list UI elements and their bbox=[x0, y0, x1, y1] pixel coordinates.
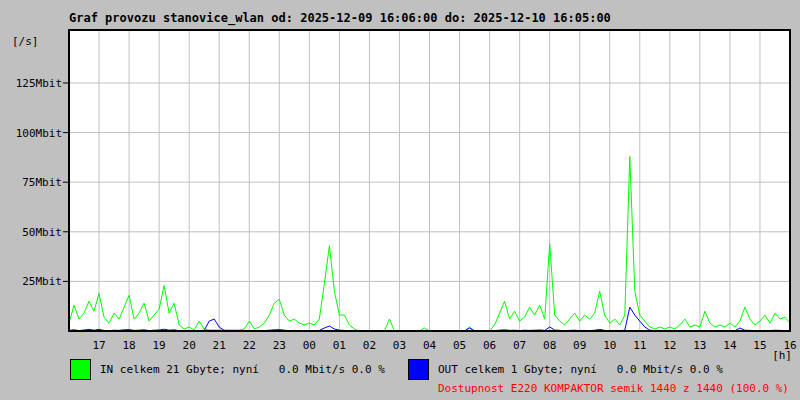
out-legend-swatch bbox=[408, 359, 429, 380]
svg-text:13: 13 bbox=[693, 339, 706, 352]
svg-text:15: 15 bbox=[753, 339, 766, 352]
svg-text:19: 19 bbox=[153, 339, 166, 352]
svg-text:11: 11 bbox=[633, 339, 646, 352]
svg-text:04: 04 bbox=[423, 339, 437, 352]
svg-text:20: 20 bbox=[183, 339, 196, 352]
svg-text:07: 07 bbox=[513, 339, 526, 352]
traffic-chart: 1718192021222300010203040506070809101112… bbox=[0, 0, 800, 400]
svg-text:12: 12 bbox=[663, 339, 676, 352]
svg-text:125Mbit: 125Mbit bbox=[16, 77, 62, 90]
svg-text:00: 00 bbox=[303, 339, 316, 352]
svg-text:02: 02 bbox=[363, 339, 376, 352]
svg-text:09: 09 bbox=[573, 339, 586, 352]
in-legend-label: IN celkem 21 Gbyte; nyní 0.0 Mbit/s 0.0 … bbox=[100, 359, 385, 380]
availability-status: Dostupnost E220 KOMPAKTOR semik 1440 z 1… bbox=[438, 381, 789, 397]
svg-text:17: 17 bbox=[92, 339, 105, 352]
in-legend-swatch bbox=[70, 359, 91, 380]
svg-text:50Mbit: 50Mbit bbox=[22, 226, 62, 239]
traffic-graph-page: Graf provozu stanovice_wlan od: 2025-12-… bbox=[0, 0, 800, 400]
svg-text:06: 06 bbox=[483, 339, 496, 352]
svg-text:03: 03 bbox=[393, 339, 406, 352]
svg-text:10: 10 bbox=[603, 339, 616, 352]
svg-text:21: 21 bbox=[213, 339, 226, 352]
out-legend-label: OUT celkem 1 Gbyte; nyní 0.0 Mbit/s 0.0 … bbox=[438, 359, 723, 380]
svg-text:75Mbit: 75Mbit bbox=[22, 176, 62, 189]
svg-text:18: 18 bbox=[122, 339, 135, 352]
svg-text:[h]: [h] bbox=[772, 349, 792, 362]
svg-text:25Mbit: 25Mbit bbox=[22, 275, 62, 288]
svg-text:23: 23 bbox=[273, 339, 286, 352]
svg-text:08: 08 bbox=[543, 339, 556, 352]
svg-text:100Mbit: 100Mbit bbox=[16, 127, 62, 140]
svg-text:05: 05 bbox=[453, 339, 466, 352]
svg-text:01: 01 bbox=[333, 339, 346, 352]
svg-text:14: 14 bbox=[723, 339, 737, 352]
svg-text:22: 22 bbox=[243, 339, 256, 352]
